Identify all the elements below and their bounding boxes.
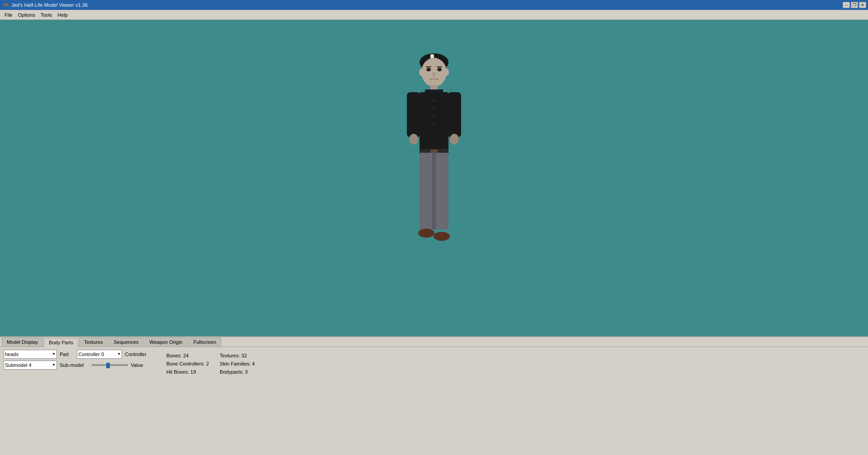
bones-stat: Bones: 24 <box>166 352 209 360</box>
bone-controllers-label: Bone Controllers: <box>166 361 205 366</box>
submodel-label: Sub-model <box>60 362 84 368</box>
part-label: Part <box>60 352 69 357</box>
svg-point-14 <box>433 108 435 109</box>
controller-label: Controller <box>125 352 146 357</box>
stats-panel: Bones: 24 Bone Controllers: 2 Hit Boxes:… <box>163 350 259 452</box>
svg-rect-27 <box>420 230 432 235</box>
svg-point-20 <box>450 134 459 145</box>
svg-point-19 <box>409 134 418 145</box>
tab-model-display[interactable]: Model Display <box>2 338 43 347</box>
svg-rect-18 <box>448 92 461 137</box>
close-button[interactable]: ✕ <box>859 2 866 8</box>
bodyparts-stat: Bodyparts: 3 <box>220 368 255 376</box>
svg-rect-17 <box>407 92 420 137</box>
submodel-arrow: ▼ <box>52 363 56 367</box>
app-icon: 🎮 <box>3 2 9 8</box>
menu-bar: File Options Tools Help <box>0 10 868 20</box>
menu-help[interactable]: Help <box>55 11 71 19</box>
hitboxes-stat: Hit Boxes: 19 <box>166 368 209 376</box>
controller-dropdown[interactable]: Controller 0 ▼ <box>77 350 122 359</box>
hitboxes-value: 19 <box>190 369 196 375</box>
controller-arrow: ▼ <box>117 352 121 356</box>
submodel-dropdown[interactable]: Submodel 4 ▼ <box>4 361 57 370</box>
model-3d <box>398 49 470 284</box>
restore-button[interactable]: ❐ <box>851 2 858 8</box>
svg-rect-24 <box>435 153 448 230</box>
body-part-row: heads ▼ Part Controller 0 ▼ Controller <box>4 350 146 359</box>
menu-file[interactable]: File <box>2 11 15 19</box>
controls-area: heads ▼ Part Controller 0 ▼ Controller S… <box>0 347 868 455</box>
app-title: Jed's Half-Life Model Viewer v1.36 <box>11 2 88 8</box>
menu-options[interactable]: Options <box>15 11 38 19</box>
tab-sequences[interactable]: Sequences <box>108 338 143 347</box>
submodel-row: Submodel 4 ▼ Sub-model Value <box>4 361 146 370</box>
svg-point-15 <box>433 115 435 117</box>
svg-point-13 <box>433 100 435 102</box>
svg-rect-5 <box>426 66 431 67</box>
stats-left-col: Bones: 24 Bone Controllers: 2 Hit Boxes:… <box>166 352 209 376</box>
tab-bar: Model Display Body Parts Textures Sequen… <box>0 337 868 347</box>
skin-families-value: 4 <box>252 361 255 366</box>
body-part-arrow: ▼ <box>52 352 56 356</box>
textures-label: Textures: <box>220 353 240 358</box>
svg-rect-25 <box>432 153 436 230</box>
menu-tools[interactable]: Tools <box>38 11 55 19</box>
bone-controllers-stat: Bone Controllers: 2 <box>166 360 209 368</box>
svg-point-16 <box>433 123 435 125</box>
bones-value: 24 <box>183 353 189 358</box>
stats-right-col: Textures: 32 Skin Families: 4 Bodyparts:… <box>220 352 255 376</box>
bone-controllers-value: 2 <box>206 361 209 366</box>
viewport[interactable] <box>0 20 868 336</box>
minimize-button[interactable]: ─ <box>843 2 850 8</box>
textures-stat: Textures: 32 <box>220 352 255 360</box>
svg-point-9 <box>444 69 449 76</box>
tab-textures[interactable]: Textures <box>79 338 108 347</box>
body-part-dropdown[interactable]: heads ▼ <box>4 350 57 359</box>
svg-point-3 <box>426 68 431 71</box>
svg-rect-23 <box>420 153 433 230</box>
bottom-panel: Model Display Body Parts Textures Sequen… <box>0 336 868 455</box>
value-slider[interactable] <box>92 364 128 366</box>
svg-point-4 <box>437 68 442 71</box>
tab-body-parts[interactable]: Body Parts <box>44 338 78 347</box>
bodyparts-value: 3 <box>245 369 248 375</box>
tab-fullscreen[interactable]: Fullscreen <box>189 338 222 347</box>
value-label: Value <box>131 362 143 368</box>
tab-weapon-origin[interactable]: Weapon Origin <box>145 338 188 347</box>
left-controls: heads ▼ Part Controller 0 ▼ Controller S… <box>4 350 146 452</box>
title-bar-left: 🎮 Jed's Half-Life Model Viewer v1.36 <box>3 2 88 8</box>
skin-families-label: Skin Families: <box>220 361 250 366</box>
hitboxes-label: Hit Boxes: <box>166 369 189 375</box>
svg-point-7 <box>432 72 436 77</box>
svg-point-8 <box>419 69 424 76</box>
svg-rect-29 <box>435 233 448 239</box>
bodyparts-label: Bodyparts: <box>220 369 244 375</box>
skin-families-stat: Skin Families: 4 <box>220 360 255 368</box>
bones-label: Bones: <box>166 353 182 358</box>
title-bar: 🎮 Jed's Half-Life Model Viewer v1.36 ─ ❐… <box>0 0 868 10</box>
svg-rect-6 <box>437 66 442 67</box>
textures-value: 32 <box>241 353 247 358</box>
title-bar-controls[interactable]: ─ ❐ ✕ <box>843 2 866 8</box>
